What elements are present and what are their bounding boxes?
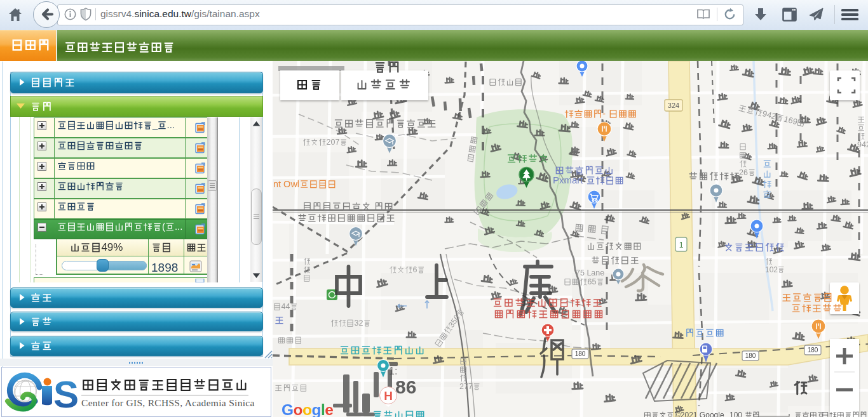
svg-text:324: 324	[668, 102, 679, 109]
svg-text:1: 1	[679, 241, 684, 249]
svg-text:Google: Google	[281, 401, 333, 417]
svg-text:180: 180	[808, 347, 818, 354]
svg-text:S: S	[53, 373, 79, 415]
svg-text:H: H	[384, 389, 393, 402]
svg-text:180: 180	[575, 350, 586, 357]
svg-text:180: 180	[745, 352, 756, 359]
svg-text:86: 86	[395, 376, 416, 397]
svg-text:1:: 1:	[389, 366, 397, 376]
